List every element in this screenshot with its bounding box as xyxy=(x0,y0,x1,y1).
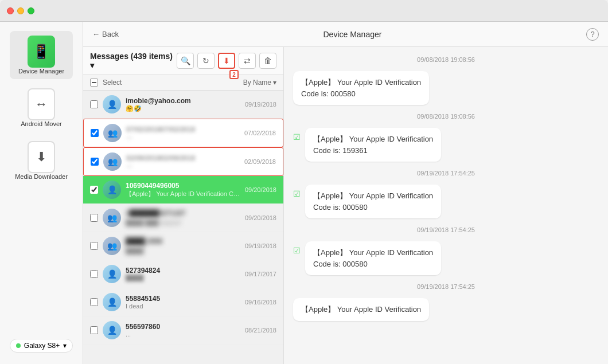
chat-bubble: 【Apple】 Your Apple ID VerificationCode i… xyxy=(305,241,441,275)
list-item[interactable]: 👥 1██████5271107 ████ ███ 916237 09/20/2… xyxy=(83,204,283,232)
message-date: 07/02/2018 xyxy=(244,130,276,136)
sender-name: 10690449496005 xyxy=(126,182,240,190)
message-checkbox[interactable] xyxy=(91,129,99,137)
nav-bar: ← Back Device Manager ? xyxy=(83,22,608,47)
list-item[interactable]: 👤 527394824 ████ 09/17/2017 xyxy=(83,260,283,288)
avatar: 👤 xyxy=(103,321,121,339)
chat-timestamp: 09/19/2018 17:54:25 xyxy=(293,170,599,177)
android-mover-icon: ↔️ xyxy=(28,88,55,120)
sender-name: 1██████5271107 xyxy=(126,209,185,217)
message-date: 09/16/2018 xyxy=(245,299,276,306)
export-button-wrapper: ⬇ 2 xyxy=(218,53,235,69)
export-button[interactable]: ⬇ xyxy=(218,53,235,69)
close-button[interactable] xyxy=(7,7,14,14)
avatar: 👤 xyxy=(103,181,121,199)
app-body: 📱 Device Manager ↔️ Android Mover ⬇ Medi… xyxy=(0,22,608,364)
nav-title: Device Manager xyxy=(119,30,586,39)
content-area: ← Back Device Manager ? Messages (439 it… xyxy=(83,22,608,364)
message-preview: ████ xyxy=(126,248,240,255)
message-date: 08/21/2018 xyxy=(245,327,276,334)
message-date: 09/20/2018 xyxy=(245,214,276,221)
select-label: Select xyxy=(103,79,122,87)
device-connected-dot xyxy=(16,343,21,348)
avatar: 👤 xyxy=(103,293,121,311)
device-dropdown-icon: ▾ xyxy=(63,342,67,350)
message-checkbox[interactable] xyxy=(90,214,98,222)
list-item[interactable]: 👤 imobie@yahoo.com 🤗🤣 09/19/2018 xyxy=(83,91,283,119)
device-badge[interactable]: Galaxy S8+ ▾ xyxy=(10,339,73,353)
avatar: 👥 xyxy=(103,124,122,142)
message-checkbox[interactable] xyxy=(90,270,98,278)
message-check-icon: ☑ xyxy=(293,189,301,198)
list-item[interactable]: 👤 558845145 I dead 09/16/2018 xyxy=(83,288,283,316)
back-label: Back xyxy=(102,30,119,38)
message-content: 1██████5271107 ████ ███ 916237 xyxy=(126,209,240,226)
title-bar xyxy=(0,0,608,22)
avatar: 👥 xyxy=(103,152,122,171)
right-panel: 09/08/2018 19:08:56 【Apple】 Your Apple I… xyxy=(284,47,608,364)
message-content: 10690449496005 【Apple】 Your Apple ID Ver… xyxy=(126,182,240,198)
chat-timestamp: 09/08/2018 19:08:56 xyxy=(293,113,599,120)
convert-icon: ⇄ xyxy=(244,56,251,65)
sort-dropdown[interactable]: By Name ▾ xyxy=(243,79,276,87)
refresh-button[interactable]: ↻ xyxy=(197,53,215,69)
message-content: 558845145 I dead xyxy=(126,295,240,310)
message-checkbox[interactable] xyxy=(90,326,98,334)
message-preview: 【Apple】 Your Apple ID Verification Code … xyxy=(126,190,240,198)
sidebar-item-media-downloader-label: Media Downloader xyxy=(15,173,68,180)
minimize-button[interactable] xyxy=(17,7,24,14)
sender-name: 527394824 xyxy=(126,267,240,275)
sidebar-item-media-downloader[interactable]: ⬇ Media Downloader xyxy=(10,136,73,185)
sender-name: 07/02/201807/02/2018 xyxy=(126,126,240,134)
delete-button[interactable]: 🗑 xyxy=(259,53,276,69)
chat-bubble: 【Apple】 Your Apple ID Verification xyxy=(293,298,429,321)
back-button[interactable]: ← Back xyxy=(92,30,119,38)
list-item[interactable]: 👤 556597860 ... 08/21/2018 xyxy=(83,316,283,345)
list-item[interactable]: 👤 10690449496005 【Apple】 Your Apple ID V… xyxy=(83,176,283,204)
help-button[interactable]: ? xyxy=(586,28,599,41)
sidebar-item-device-manager-label: Device Manager xyxy=(18,68,64,75)
message-preview: ████ xyxy=(126,275,240,281)
avatar: 👤 xyxy=(103,265,121,283)
message-content: 02/09/201802/09/2018 — xyxy=(126,154,240,169)
message-checkbox[interactable] xyxy=(91,158,99,166)
chat-timestamp: 09/08/2018 19:08:56 xyxy=(293,56,599,63)
list-item[interactable]: 👥 02/09/201802/09/2018 — 02/09/2018 xyxy=(83,147,283,176)
message-checkbox[interactable] xyxy=(90,186,98,194)
sidebar-item-device-manager[interactable]: 📱 Device Manager xyxy=(10,31,73,79)
message-checkbox[interactable] xyxy=(90,298,98,306)
sidebar-bottom: Galaxy S8+ ▾ xyxy=(0,334,83,357)
delete-icon: 🗑 xyxy=(264,56,272,65)
sidebar-item-android-mover-label: Android Mover xyxy=(21,120,62,127)
sender-name: 02/09/201802/09/2018 xyxy=(126,154,240,162)
sender-name: 558845145 xyxy=(126,295,240,303)
chat-message-row: ☑ 【Apple】 Your Apple ID VerificationCode… xyxy=(293,241,599,275)
avatar: 👤 xyxy=(103,95,121,113)
message-preview: 🤗🤣 xyxy=(126,105,240,112)
chat-message-row: ☑ 【Apple】 Your Apple ID VerificationCode… xyxy=(293,128,599,162)
sort-chevron-icon: ▾ xyxy=(273,79,276,87)
select-all-checkbox[interactable] xyxy=(90,79,98,87)
message-preview: ... xyxy=(126,331,240,338)
device-manager-icon: 📱 xyxy=(28,36,55,68)
avatar: 👥 xyxy=(103,209,121,227)
message-preview: ████ ███ 916237 xyxy=(126,220,240,226)
message-checkbox[interactable] xyxy=(90,100,98,108)
message-content: 556597860 ... xyxy=(126,323,240,338)
export-icon: ⬇ xyxy=(223,56,230,65)
message-checkbox[interactable] xyxy=(90,242,98,250)
search-button[interactable]: 🔍 xyxy=(177,53,194,69)
refresh-icon: ↻ xyxy=(202,56,209,65)
list-item[interactable]: 👥 ████ 2958 ████ 09/19/2018 xyxy=(83,232,283,260)
list-item[interactable]: 1 👥 07/02/201807/02/2018 — 07/02/2018 xyxy=(83,119,283,147)
maximize-button[interactable] xyxy=(28,7,34,14)
media-downloader-icon: ⬇ xyxy=(28,141,55,173)
avatar: 👥 xyxy=(103,237,121,255)
list-header: Select By Name ▾ xyxy=(83,75,283,91)
message-preview: I dead xyxy=(126,303,240,310)
message-check-icon: ☑ xyxy=(293,132,301,142)
back-arrow-icon: ← xyxy=(92,30,100,38)
chat-timestamp: 09/19/2018 17:54:25 xyxy=(293,283,599,290)
convert-button[interactable]: ⇄ xyxy=(239,53,256,69)
sidebar-item-android-mover[interactable]: ↔️ Android Mover xyxy=(10,84,73,132)
